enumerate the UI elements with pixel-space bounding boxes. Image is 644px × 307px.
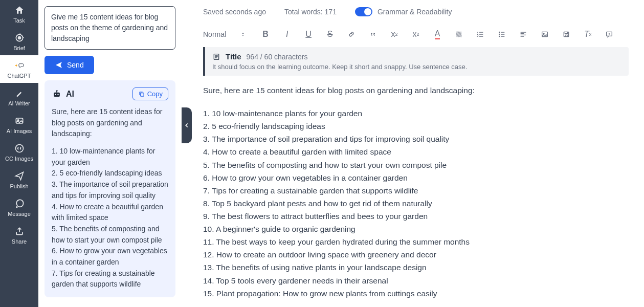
doc-item: 5. The benefits of composting and how to… [203,159,629,171]
word-count: Total words: 171 [284,8,337,16]
doc-intro: Sure, here are 15 content ideas for blog… [203,84,629,97]
copy-button[interactable]: Copy [132,87,168,100]
highlight-button[interactable] [453,29,464,40]
grammar-toggle[interactable] [355,7,372,16]
doc-item: 12. How to create an outdoor living spac… [203,248,629,261]
ai-item: 1. 10 low-maintenance plants for your ga… [52,146,168,168]
send-label: Send [67,61,84,69]
title-label: Title [226,52,241,61]
copy-icon [138,91,145,98]
share-icon [14,226,25,236]
doc-item: 14. Top 5 tools every gardener needs in … [203,274,629,287]
unordered-list-button[interactable] [496,29,507,40]
doc-item: 10. A beginner's guide to organic garden… [203,223,629,235]
magic-wand-icon [14,88,25,98]
chevron-left-icon [183,122,190,129]
svg-point-12 [499,36,500,36]
title-hint: It should focus on the learning outcome.… [212,63,621,71]
bold-button[interactable]: B [260,29,271,40]
svg-point-14 [543,33,544,34]
doc-item: 1. 10 low-maintenance plants for your ga… [203,107,629,120]
underline-button[interactable]: U [303,29,314,40]
sidebar-item-message[interactable]: Message [0,193,38,221]
sidebar-item-label: AI Writer [8,100,30,106]
ai-title: AI [52,89,74,99]
svg-point-10 [499,32,500,32]
strikethrough-button[interactable]: S [324,29,336,40]
doc-item: 9. The best flowers to attract butterfli… [203,210,629,223]
sidebar-item-publish[interactable]: Publish [0,166,38,193]
cc-icon [14,143,25,154]
editor-top-bar: Saved seconds ago Total words: 171 Gramm… [203,7,629,16]
doc-item: 6. How to grow your own vegetables in a … [203,171,629,184]
ai-image-icon [14,116,25,126]
prompt-input[interactable]: Give me 15 content ideas for blog posts … [45,6,175,50]
text-color-button[interactable]: A [432,29,443,40]
ai-response-body: Sure, here are 15 content ideas for blog… [52,106,168,290]
sidebar-item-task[interactable]: Task [0,0,38,28]
sidebar-item-ai-writer[interactable]: AI Writer [0,83,38,111]
image-button[interactable] [539,29,550,40]
sidebar-item-label: CC Images [5,156,33,162]
sidebar-item-label: Task [13,17,25,24]
sidebar-item-brief[interactable]: Brief [0,28,38,55]
sidebar-item-chatgpt[interactable]: ChatGPT [0,55,38,83]
ai-response-card: AI Copy Sure, here are 15 content ideas … [45,80,175,297]
subscript-button[interactable]: x2 [389,29,400,40]
link-button[interactable] [346,29,357,40]
robot-icon [52,89,62,99]
doc-item: 4. How to create a beautiful garden with… [203,145,629,158]
sidebar-item-cc-images[interactable]: CC Images [0,138,38,166]
ai-intro: Sure, here are 15 content ideas for blog… [52,106,168,140]
chat-panel: Give me 15 content ideas for blog posts … [38,0,182,307]
italic-button[interactable]: I [281,29,293,40]
align-button[interactable] [518,29,529,40]
doc-item: 13. The benefits of using native plants … [203,261,629,274]
sidebar-item-label: Brief [13,45,25,51]
sidebar-item-label: Share [12,238,27,245]
svg-point-1 [18,37,20,39]
doc-item: 3. The importance of soil preparation an… [203,133,629,145]
svg-point-7 [57,94,59,95]
sidebar-item-label: Publish [10,183,28,189]
send-button[interactable]: Send [45,56,94,74]
sidebar-item-label: Message [8,211,31,217]
lightning-chat-icon [14,60,25,71]
ai-item: 5. The benefits of composting and how to… [52,224,168,246]
format-toolbar: Normal B I U S x2 x2 A Tx [203,26,629,47]
quote-button[interactable] [367,29,379,40]
svg-point-4 [15,145,23,152]
doc-item: 11. The best ways to keep your garden hy… [203,235,629,248]
ai-item: 3. The importance of soil preparation an… [52,179,168,201]
svg-point-11 [499,34,500,34]
chat-icon [14,199,25,209]
superscript-button[interactable]: x2 [410,29,421,40]
ai-item: 7. Tips for creating a sustainable garde… [52,268,168,290]
svg-point-6 [55,94,56,95]
paper-plane-icon [14,171,25,181]
clear-format-button[interactable]: Tx [582,29,593,40]
target-icon [14,33,25,43]
ordered-list-button[interactable] [475,29,486,40]
title-section: Title 964 / 60 characters It should focu… [203,47,629,76]
paragraph-format-select[interactable]: Normal [203,30,250,38]
sidebar-item-share[interactable]: Share [0,221,38,249]
saved-status: Saved seconds ago [203,8,266,16]
doc-item: 7. Tips for creating a sustainable garde… [203,184,629,197]
sidebar-item-label: AI Images [7,128,32,134]
svg-rect-5 [54,92,60,96]
comment-button[interactable] [604,29,615,40]
toggle-label: Grammar & Readability [377,8,452,16]
ai-item: 2. 5 eco-friendly landscaping ideas [52,168,168,179]
sidebar-item-label: ChatGPT [8,73,31,79]
doc-item: 2. 5 eco-friendly landscaping ideas [203,120,629,133]
chevron-updown-icon [240,31,246,38]
sidebar-item-ai-images[interactable]: AI Images [0,111,38,138]
document-icon [212,53,220,61]
document-content[interactable]: Sure, here are 15 content ideas for blog… [203,84,629,300]
collapse-panel-button[interactable] [182,107,192,143]
svg-rect-13 [542,32,548,36]
ai-item: 4. How to create a beautiful garden with… [52,202,168,224]
save-button[interactable] [561,29,572,40]
title-char-counter: 964 / 60 characters [247,53,308,61]
